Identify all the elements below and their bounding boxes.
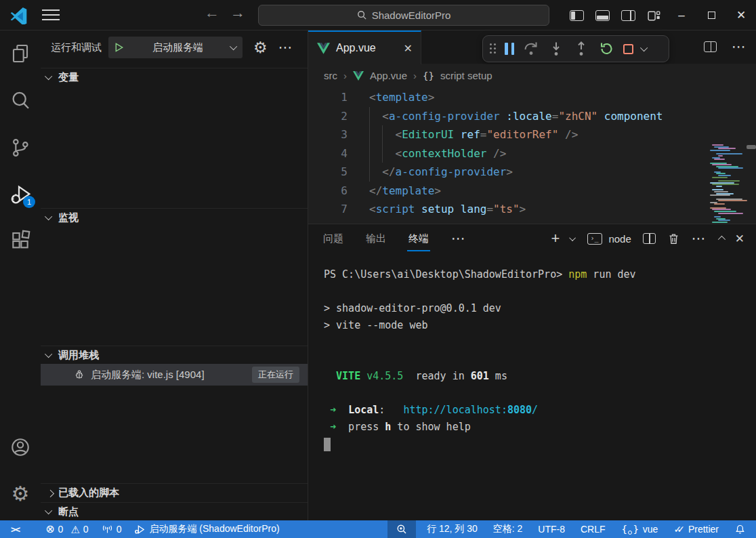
command-center-search[interactable]: ShadowEditorPro (258, 5, 549, 26)
split-editor-icon[interactable] (704, 41, 717, 52)
tab-app-vue[interactable]: App.vue ✕ (308, 30, 421, 64)
run-and-debug-icon[interactable]: 1 (9, 184, 31, 205)
extensions-icon[interactable] (9, 229, 31, 251)
panel-tabs-more-icon[interactable]: ⋯ (451, 230, 466, 247)
debug-icon (134, 524, 146, 535)
close-button[interactable]: ✕ (726, 0, 756, 30)
code-line[interactable]: 6</template> (308, 182, 756, 201)
tab-terminal[interactable]: 终端 (408, 228, 429, 249)
minimize-button[interactable]: – (667, 0, 696, 30)
terminal-line: ➜ press h to show help (324, 419, 756, 436)
forward-arrow-icon[interactable]: → (228, 4, 248, 22)
code-line[interactable]: 3 <EditorUI ref="editorRef" /> (308, 125, 756, 144)
menu-icon[interactable] (42, 9, 60, 21)
terminal-launch-chevron-icon[interactable] (570, 234, 576, 241)
terminal-line (324, 385, 756, 402)
section-variables[interactable]: 变量 (41, 68, 308, 86)
language-mode[interactable]: { } vue (621, 524, 658, 535)
terminal-line (324, 334, 756, 351)
debug-badge: 1 (23, 196, 35, 208)
tab-close-icon[interactable]: ✕ (404, 42, 413, 55)
remote-indicator[interactable]: >< (11, 524, 20, 535)
title-bar: ← → ShadowEditorPro – ✕ (0, 0, 756, 30)
formatter-indicator[interactable]: ✓✓ Prettier (673, 524, 719, 535)
chevron-down-icon (230, 43, 237, 50)
account-icon[interactable] (9, 436, 31, 458)
scrollbar-thumb[interactable] (747, 145, 756, 149)
debug-config-gear-icon[interactable]: ⚙ (253, 39, 268, 57)
toggle-sidebar-icon[interactable] (564, 0, 589, 30)
explorer-icon[interactable] (9, 43, 31, 64)
toggle-secondary-sidebar-icon[interactable] (615, 0, 641, 30)
source-control-icon[interactable] (9, 137, 31, 159)
error-icon: ⊗ (45, 524, 54, 535)
kill-terminal-icon[interactable] (667, 232, 680, 245)
code-line[interactable]: 5 </a-config-provider> (308, 163, 756, 182)
chevron-down-icon (45, 213, 52, 220)
problems-indicator[interactable]: ⊗ 0 ⚠ 0 (45, 524, 88, 535)
terminal-line (324, 351, 756, 368)
vue-file-icon (353, 71, 364, 81)
search-view-icon[interactable] (9, 89, 31, 111)
step-out-icon[interactable] (573, 41, 589, 57)
call-stack-session-row[interactable]: 启动服务端: vite.js [4904] 正在运行 (41, 364, 308, 386)
breadcrumb-folder[interactable]: src (324, 70, 337, 81)
shell-label: node (608, 233, 631, 245)
braces-icon: { } (621, 524, 639, 535)
section-watch[interactable]: 监视 (41, 208, 308, 226)
search-icon (357, 10, 367, 20)
section-breakpoints[interactable]: 断点 (41, 502, 308, 520)
new-terminal-icon[interactable]: + (551, 231, 560, 246)
toggle-panel-icon[interactable] (589, 0, 615, 30)
breadcrumb-separator: › (413, 70, 417, 81)
stop-icon[interactable] (623, 44, 633, 54)
editor-more-actions-icon[interactable]: ⋯ (732, 39, 747, 55)
terminal-line: PS C:\Users\ai\Desktop\ShadowEditorPro> … (324, 266, 756, 283)
close-panel-icon[interactable]: ✕ (735, 232, 744, 246)
step-into-icon[interactable] (548, 41, 564, 57)
pause-icon[interactable] (505, 43, 514, 55)
encoding[interactable]: UTF-8 (538, 524, 565, 535)
tab-problems[interactable]: 问题 (323, 228, 343, 249)
call-stack-session-label: 启动服务端: vite.js [4904] (91, 369, 205, 381)
notifications-bell-icon[interactable] (734, 524, 746, 535)
indentation[interactable]: 空格: 2 (493, 523, 523, 535)
maximize-panel-icon[interactable] (718, 236, 726, 243)
code-lines: 1<template>2 <a-config-provider :locale=… (308, 88, 756, 219)
panel-more-actions-icon[interactable]: ⋯ (692, 230, 707, 247)
bottom-panel: 问题 输出 终端 ⋯ + ›_ node ⋯ ✕ PS C:\Users\ai\… (308, 224, 756, 520)
eol-sequence[interactable]: CRLF (581, 524, 606, 535)
tab-strip: App.vue ✕ ⋯ (308, 30, 756, 64)
code-line[interactable]: 7<script setup lang="ts"> (308, 200, 756, 219)
back-arrow-icon[interactable]: ← (202, 4, 222, 22)
code-line[interactable]: 4 <contextHolder /> (308, 144, 756, 163)
terminal-instance[interactable]: ›_ node (587, 233, 631, 245)
zoom-indicator[interactable] (387, 520, 416, 538)
code-line[interactable]: 1<template> (308, 88, 756, 107)
debug-session-indicator[interactable]: 启动服务端 (ShadowEditorPro) (134, 523, 279, 535)
settings-gear-icon[interactable]: ⚙ (9, 483, 31, 505)
maximize-button[interactable] (696, 0, 726, 30)
toolbar-drag-grip[interactable] (490, 43, 496, 54)
split-terminal-icon[interactable] (643, 233, 656, 244)
sidebar-title: 运行和调试 (51, 41, 102, 54)
debug-views-more-icon[interactable]: ⋯ (278, 39, 293, 56)
step-over-icon[interactable] (523, 41, 539, 57)
tab-output[interactable]: 输出 (366, 228, 386, 249)
breadcrumb-file[interactable]: App.vue (370, 70, 407, 81)
code-line[interactable]: 2 <a-config-provider :locale="zhCN" comp… (308, 107, 756, 126)
breadcrumb-symbol[interactable]: script setup (440, 70, 492, 81)
start-debug-icon[interactable] (114, 42, 124, 53)
restart-icon[interactable] (598, 41, 614, 57)
customize-layout-icon[interactable] (641, 0, 667, 30)
terminal-output[interactable]: PS C:\Users\ai\Desktop\ShadowEditorPro> … (308, 253, 756, 520)
section-loaded-scripts[interactable]: 已载入的脚本 (41, 483, 308, 501)
section-call-stack[interactable]: 调用堆栈 (41, 346, 308, 364)
ports-indicator[interactable]: 0 (102, 524, 122, 535)
vscode-logo-icon (9, 6, 28, 24)
chevron-down-icon[interactable] (640, 44, 648, 51)
terminal-line: VITE v4.5.5 ready in 601 ms (324, 368, 756, 385)
activity-bar: 1 ⚙ (0, 30, 41, 520)
cursor-position[interactable]: 行 12, 列 30 (427, 523, 478, 535)
launch-config-dropdown[interactable]: 启动服务端 (108, 37, 243, 58)
